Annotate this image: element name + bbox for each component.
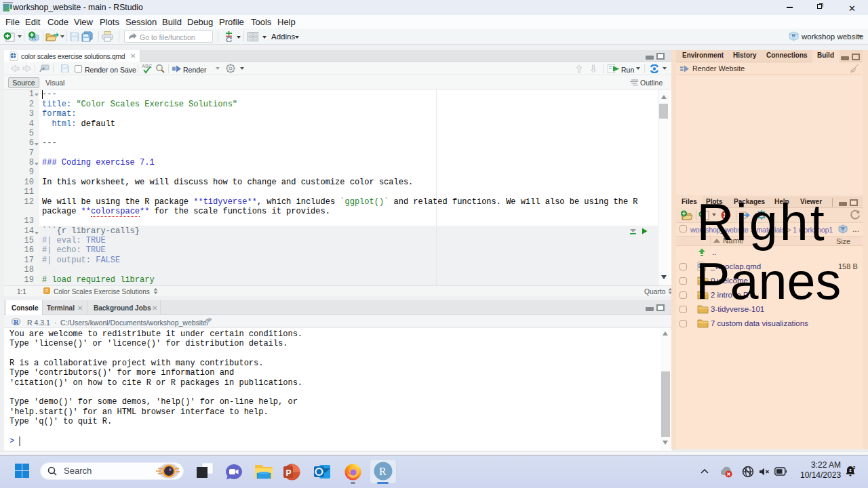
svg-text:R: R [379,466,387,477]
svg-text:R: R [14,319,19,326]
svg-text:R: R [841,226,844,231]
svg-text:R: R [792,33,796,39]
svg-text:z: z [853,466,856,470]
svg-text:P: P [286,468,292,478]
svg-text:z: z [849,468,852,472]
svg-text:ABC: ABC [142,63,152,69]
